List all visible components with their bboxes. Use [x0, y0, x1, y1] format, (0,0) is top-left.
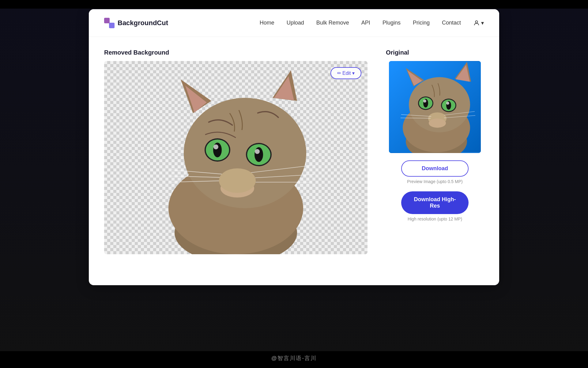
user-dropdown-arrow: ▾ [481, 20, 484, 26]
logo-icon [104, 18, 115, 28]
removed-bg-title: Removed Background [104, 49, 368, 56]
nav-pricing[interactable]: Pricing [413, 20, 430, 26]
svg-point-15 [255, 149, 260, 154]
svg-point-14 [254, 147, 263, 162]
removed-bg-image [104, 61, 368, 254]
nav-upload[interactable]: Upload [287, 20, 304, 26]
svg-point-11 [213, 144, 218, 149]
nav-links: Home Upload Bulk Remove API Plugins Pric… [260, 20, 484, 26]
user-menu[interactable]: ▾ [473, 20, 484, 26]
cat-original-bg [389, 61, 481, 153]
svg-point-24 [219, 168, 256, 193]
hires-text: High resolution (upto 12 MP) [408, 217, 462, 221]
nav-contact[interactable]: Contact [442, 20, 461, 26]
edit-button[interactable]: ✏ Edit ▾ [330, 67, 361, 79]
right-panel: Original [386, 49, 484, 254]
left-panel: Removed Background [104, 49, 368, 254]
download-button[interactable]: Download [401, 160, 469, 177]
original-image [389, 61, 481, 153]
bottom-bar: @智言川语-言川 [0, 351, 588, 368]
svg-point-0 [475, 21, 477, 23]
svg-point-48 [429, 119, 446, 128]
svg-point-37 [423, 100, 426, 103]
nav-home[interactable]: Home [260, 20, 274, 26]
removed-bg-container: ✏ Edit ▾ [104, 61, 368, 254]
preview-text: Preview Image (upto 0.5 MP) [407, 179, 462, 184]
svg-point-10 [213, 143, 222, 157]
main-container: BackgroundCut Home Upload Bulk Remove AP… [89, 9, 499, 285]
logo[interactable]: BackgroundCut [104, 18, 168, 28]
svg-point-41 [446, 102, 449, 105]
watermark: @智言川语-言川 [271, 355, 317, 362]
download-hires-button[interactable]: Download High-Res [401, 191, 469, 214]
nav-plugins[interactable]: Plugins [383, 20, 401, 26]
content-area: Removed Background [89, 37, 499, 266]
nav-bulk-remove[interactable]: Bulk Remove [316, 20, 349, 26]
navbar: BackgroundCut Home Upload Bulk Remove AP… [89, 9, 499, 37]
original-title: Original [386, 49, 409, 56]
logo-text: BackgroundCut [118, 19, 168, 27]
nav-api[interactable]: API [361, 20, 370, 26]
